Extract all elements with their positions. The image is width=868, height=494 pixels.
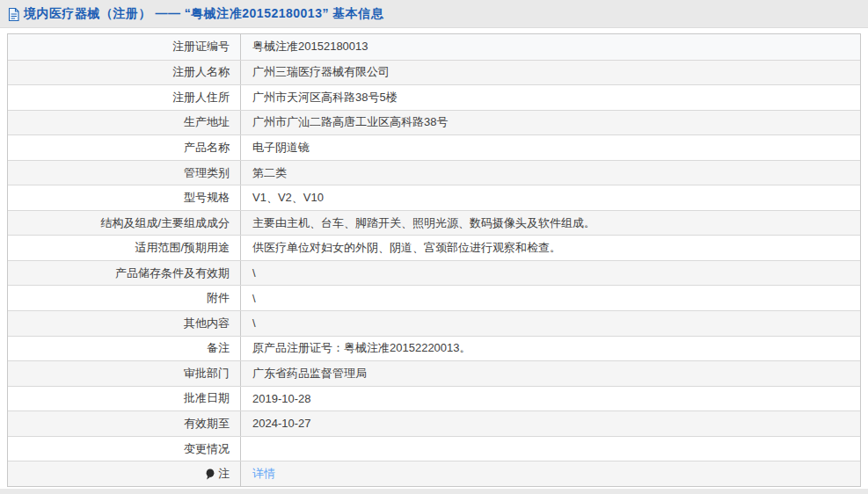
row-label: 产品名称 xyxy=(8,135,241,160)
row-value: \ xyxy=(241,266,860,280)
table-row: 其他内容\ xyxy=(8,310,860,336)
row-label-text: 批准日期 xyxy=(184,390,230,406)
page-title: 境内医疗器械（注册） —— “粤械注准20152180013” 基本信息 xyxy=(24,6,383,22)
row-label-text: 适用范围/预期用途 xyxy=(135,240,230,256)
row-value: 广东省药品监督管理局 xyxy=(241,366,860,381)
row-label-text: 注 xyxy=(218,466,230,482)
row-label-text: 型号规格 xyxy=(184,190,230,206)
row-label: 批准日期 xyxy=(8,387,241,411)
row-label: 附件 xyxy=(8,286,241,310)
table-row: 生产地址广州市广汕二路高唐工业区高科路38号 xyxy=(8,110,860,135)
row-label-text: 其他内容 xyxy=(184,316,230,331)
comment-balloon-icon xyxy=(206,469,215,480)
row-label-text: 生产地址 xyxy=(184,114,230,130)
row-label: 管理类别 xyxy=(8,161,241,185)
table-row: 备注原产品注册证号：粤械注准20152220013。 xyxy=(8,336,860,361)
registration-info-table: 注册证编号粤械注准20152180013注册人名称广州三瑞医疗器械有限公司注册人… xyxy=(7,33,861,487)
content-panel: 注册证编号粤械注准20152180013注册人名称广州三瑞医疗器械有限公司注册人… xyxy=(0,28,868,489)
document-icon xyxy=(8,8,19,21)
table-row: 产品储存条件及有效期\ xyxy=(8,260,860,286)
row-value: 广州市广汕二路高唐工业区高科路38号 xyxy=(241,114,860,130)
table-row: 产品名称电子阴道镜 xyxy=(8,134,860,160)
row-label: 变更情况 xyxy=(8,437,241,461)
row-label-text: 产品储存条件及有效期 xyxy=(115,265,230,281)
table-row: 型号规格V1、V2、V10 xyxy=(8,185,860,210)
row-label: 注册人名称 xyxy=(8,61,241,85)
row-label-text: 管理类别 xyxy=(184,165,230,181)
row-label: 结构及组成/主要组成成分 xyxy=(8,211,241,236)
row-label-text: 变更情况 xyxy=(184,441,230,457)
row-label-text: 注册证编号 xyxy=(172,39,230,54)
row-label-text: 产品名称 xyxy=(184,140,230,156)
row-value: \ xyxy=(241,316,860,330)
row-label: 审批部门 xyxy=(8,361,241,386)
row-label: 其他内容 xyxy=(8,311,241,336)
row-value: 2019-10-28 xyxy=(241,392,860,405)
row-value: 2024-10-27 xyxy=(241,417,860,430)
row-value: 广州市天河区高科路38号5楼 xyxy=(241,90,860,105)
row-value: V1、V2、V10 xyxy=(241,190,860,206)
row-label: 注册人住所 xyxy=(8,85,241,110)
table-row: 适用范围/预期用途供医疗单位对妇女的外阴、阴道、宫颈部位进行观察和检查。 xyxy=(8,235,860,260)
table-row: 有效期至2024-10-27 xyxy=(8,410,860,436)
row-label: 生产地址 xyxy=(8,111,241,135)
row-label: 有效期至 xyxy=(8,411,241,436)
table-row: 审批部门广东省药品监督管理局 xyxy=(8,360,860,386)
row-value: 粤械注准20152180013 xyxy=(241,39,860,54)
row-label-text: 注册人名称 xyxy=(172,64,230,80)
row-value: 主要由主机、台车、脚踏开关、照明光源、数码摄像头及软件组成。 xyxy=(241,215,860,231)
row-value: 广州三瑞医疗器械有限公司 xyxy=(241,64,860,80)
row-label-text: 注册人住所 xyxy=(172,90,230,105)
table-row: 注册证编号粤械注准20152180013 xyxy=(8,34,860,60)
table-row: 附件\ xyxy=(8,285,860,310)
row-value: \ xyxy=(241,292,860,305)
row-label: 注 xyxy=(8,461,241,486)
table-row: 注册人住所广州市天河区高科路38号5楼 xyxy=(8,84,860,110)
row-label: 注册证编号 xyxy=(8,34,241,60)
row-label: 型号规格 xyxy=(8,185,241,210)
table-row: 注详情 xyxy=(8,461,860,486)
details-link[interactable]: 详情 xyxy=(252,467,275,480)
row-label-text: 有效期至 xyxy=(184,416,230,432)
row-label: 备注 xyxy=(8,337,241,361)
row-label: 产品储存条件及有效期 xyxy=(8,261,241,286)
row-value: 电子阴道镜 xyxy=(241,140,860,156)
table-row: 批准日期2019-10-28 xyxy=(8,386,860,411)
row-label-text: 附件 xyxy=(207,290,230,306)
row-label-text: 备注 xyxy=(207,340,230,356)
row-label-text: 审批部门 xyxy=(184,366,230,381)
row-value: 详情 xyxy=(241,466,860,482)
row-value: 原产品注册证号：粤械注准20152220013。 xyxy=(241,340,860,356)
table-row: 变更情况 xyxy=(8,436,860,461)
table-row: 结构及组成/主要组成成分主要由主机、台车、脚踏开关、照明光源、数码摄像头及软件组… xyxy=(8,210,860,236)
row-label-text: 结构及组成/主要组成成分 xyxy=(100,215,230,231)
row-label: 适用范围/预期用途 xyxy=(8,236,241,260)
table-row: 管理类别第二类 xyxy=(8,160,860,185)
row-value: 第二类 xyxy=(241,165,860,181)
table-row: 注册人名称广州三瑞医疗器械有限公司 xyxy=(8,60,860,85)
row-value: 供医疗单位对妇女的外阴、阴道、宫颈部位进行观察和检查。 xyxy=(241,240,860,256)
page-header: 境内医疗器械（注册） —— “粤械注准20152180013” 基本信息 xyxy=(0,0,868,28)
